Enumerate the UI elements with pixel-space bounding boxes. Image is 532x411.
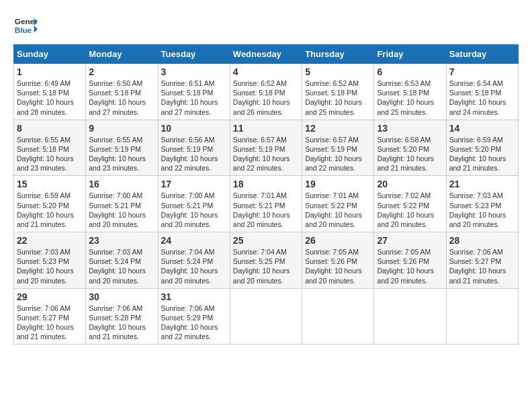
calendar-cell: 2 Sunrise: 6:50 AM Sunset: 5:18 PM Dayli…: [86, 64, 158, 120]
calendar-cell: 21 Sunrise: 7:03 AM Sunset: 5:23 PM Dayl…: [446, 176, 518, 232]
calendar-cell: [374, 288, 446, 345]
day-info: Sunrise: 6:57 AM Sunset: 5:19 PM Dayligh…: [233, 135, 299, 173]
day-info: Sunrise: 7:00 AM Sunset: 5:21 PM Dayligh…: [89, 191, 154, 229]
day-info: Sunrise: 7:06 AM Sunset: 5:27 PM Dayligh…: [17, 304, 83, 342]
day-number: 14: [449, 123, 515, 134]
day-info: Sunrise: 7:01 AM Sunset: 5:22 PM Dayligh…: [305, 191, 371, 229]
calendar-cell: 12 Sunrise: 6:57 AM Sunset: 5:19 PM Dayl…: [302, 120, 374, 176]
column-header-wednesday: Wednesday: [230, 45, 302, 64]
calendar-cell: 30 Sunrise: 7:06 AM Sunset: 5:28 PM Dayl…: [86, 288, 158, 345]
svg-text:Blue: Blue: [15, 26, 32, 34]
day-info: Sunrise: 7:00 AM Sunset: 5:21 PM Dayligh…: [161, 191, 227, 229]
day-number: 29: [17, 291, 83, 302]
day-number: 1: [17, 66, 83, 77]
calendar-cell: 28 Sunrise: 7:06 AM Sunset: 5:27 PM Dayl…: [446, 232, 518, 289]
day-info: Sunrise: 7:05 AM Sunset: 5:26 PM Dayligh…: [377, 247, 443, 285]
calendar-cell: 6 Sunrise: 6:53 AM Sunset: 5:18 PM Dayli…: [374, 64, 446, 120]
column-header-monday: Monday: [86, 45, 158, 64]
calendar-cell: 9 Sunrise: 6:55 AM Sunset: 5:19 PM Dayli…: [86, 120, 158, 176]
calendar-week-2: 8 Sunrise: 6:55 AM Sunset: 5:18 PM Dayli…: [14, 120, 519, 176]
day-info: Sunrise: 6:56 AM Sunset: 5:19 PM Dayligh…: [161, 135, 227, 173]
calendar-cell: 13 Sunrise: 6:58 AM Sunset: 5:20 PM Dayl…: [374, 120, 446, 176]
day-info: Sunrise: 6:49 AM Sunset: 5:18 PM Dayligh…: [17, 79, 83, 117]
day-number: 3: [161, 66, 227, 77]
day-info: Sunrise: 6:50 AM Sunset: 5:18 PM Dayligh…: [89, 79, 154, 117]
calendar-header-row: SundayMondayTuesdayWednesdayThursdayFrid…: [14, 45, 519, 64]
day-info: Sunrise: 7:04 AM Sunset: 5:24 PM Dayligh…: [161, 247, 227, 285]
calendar-table: SundayMondayTuesdayWednesdayThursdayFrid…: [13, 44, 519, 345]
calendar-week-3: 15 Sunrise: 6:59 AM Sunset: 5:20 PM Dayl…: [14, 176, 519, 232]
day-info: Sunrise: 6:52 AM Sunset: 5:18 PM Dayligh…: [305, 79, 371, 117]
column-header-thursday: Thursday: [302, 45, 374, 64]
calendar-week-5: 29 Sunrise: 7:06 AM Sunset: 5:27 PM Dayl…: [14, 288, 519, 345]
day-info: Sunrise: 7:05 AM Sunset: 5:26 PM Dayligh…: [305, 247, 371, 285]
calendar-cell: 5 Sunrise: 6:52 AM Sunset: 5:18 PM Dayli…: [302, 64, 374, 120]
day-number: 12: [305, 123, 371, 134]
day-info: Sunrise: 7:06 AM Sunset: 5:29 PM Dayligh…: [161, 304, 227, 342]
day-info: Sunrise: 6:58 AM Sunset: 5:20 PM Dayligh…: [377, 135, 443, 173]
day-number: 11: [233, 123, 299, 134]
day-number: 21: [449, 179, 515, 189]
calendar-cell: 16 Sunrise: 7:00 AM Sunset: 5:21 PM Dayl…: [86, 176, 158, 232]
day-number: 4: [233, 66, 299, 77]
day-info: Sunrise: 6:55 AM Sunset: 5:18 PM Dayligh…: [17, 135, 83, 173]
day-number: 20: [377, 179, 443, 189]
calendar-cell: 26 Sunrise: 7:05 AM Sunset: 5:26 PM Dayl…: [302, 232, 374, 289]
day-number: 28: [449, 235, 515, 246]
day-number: 18: [233, 179, 299, 189]
column-header-tuesday: Tuesday: [158, 45, 230, 64]
calendar-cell: 23 Sunrise: 7:03 AM Sunset: 5:24 PM Dayl…: [86, 232, 158, 289]
day-info: Sunrise: 7:06 AM Sunset: 5:27 PM Dayligh…: [449, 247, 515, 285]
day-number: 30: [89, 291, 154, 302]
day-info: Sunrise: 6:57 AM Sunset: 5:19 PM Dayligh…: [305, 135, 371, 173]
calendar-cell: 19 Sunrise: 7:01 AM Sunset: 5:22 PM Dayl…: [302, 176, 374, 232]
day-info: Sunrise: 7:03 AM Sunset: 5:23 PM Dayligh…: [449, 191, 515, 229]
calendar-cell: 4 Sunrise: 6:52 AM Sunset: 5:18 PM Dayli…: [230, 64, 302, 120]
calendar-cell: 1 Sunrise: 6:49 AM Sunset: 5:18 PM Dayli…: [14, 64, 86, 120]
day-number: 25: [233, 235, 299, 246]
calendar-cell: 7 Sunrise: 6:54 AM Sunset: 5:18 PM Dayli…: [446, 64, 518, 120]
day-number: 16: [89, 179, 154, 189]
day-info: Sunrise: 7:04 AM Sunset: 5:25 PM Dayligh…: [233, 247, 299, 285]
calendar-cell: 17 Sunrise: 7:00 AM Sunset: 5:21 PM Dayl…: [158, 176, 230, 232]
day-number: 6: [377, 66, 443, 77]
day-info: Sunrise: 7:01 AM Sunset: 5:21 PM Dayligh…: [233, 191, 299, 229]
calendar-cell: 11 Sunrise: 6:57 AM Sunset: 5:19 PM Dayl…: [230, 120, 302, 176]
day-number: 24: [161, 235, 227, 246]
calendar-cell: [230, 288, 302, 345]
calendar-cell: 31 Sunrise: 7:06 AM Sunset: 5:29 PM Dayl…: [158, 288, 230, 345]
day-info: Sunrise: 7:03 AM Sunset: 5:23 PM Dayligh…: [17, 247, 83, 285]
day-info: Sunrise: 6:54 AM Sunset: 5:18 PM Dayligh…: [449, 79, 515, 117]
header: General Blue: [13, 13, 519, 38]
day-number: 5: [305, 66, 371, 77]
day-info: Sunrise: 7:02 AM Sunset: 5:22 PM Dayligh…: [377, 191, 443, 229]
day-number: 31: [161, 291, 227, 302]
day-number: 17: [161, 179, 227, 189]
calendar-cell: 29 Sunrise: 7:06 AM Sunset: 5:27 PM Dayl…: [14, 288, 86, 345]
calendar-cell: 27 Sunrise: 7:05 AM Sunset: 5:26 PM Dayl…: [374, 232, 446, 289]
calendar-cell: 20 Sunrise: 7:02 AM Sunset: 5:22 PM Dayl…: [374, 176, 446, 232]
day-info: Sunrise: 6:52 AM Sunset: 5:18 PM Dayligh…: [233, 79, 299, 117]
calendar-cell: 3 Sunrise: 6:51 AM Sunset: 5:18 PM Dayli…: [158, 64, 230, 120]
day-number: 9: [89, 123, 154, 134]
day-info: Sunrise: 7:03 AM Sunset: 5:24 PM Dayligh…: [89, 247, 154, 285]
day-info: Sunrise: 6:59 AM Sunset: 5:20 PM Dayligh…: [17, 191, 83, 229]
day-number: 27: [377, 235, 443, 246]
day-number: 13: [377, 123, 443, 134]
logo-icon: General Blue: [13, 13, 38, 38]
day-info: Sunrise: 6:59 AM Sunset: 5:20 PM Dayligh…: [449, 135, 515, 173]
calendar-cell: 24 Sunrise: 7:04 AM Sunset: 5:24 PM Dayl…: [158, 232, 230, 289]
calendar-cell: 22 Sunrise: 7:03 AM Sunset: 5:23 PM Dayl…: [14, 232, 86, 289]
calendar-cell: [302, 288, 374, 345]
column-header-saturday: Saturday: [446, 45, 518, 64]
day-number: 7: [449, 66, 515, 77]
calendar-week-4: 22 Sunrise: 7:03 AM Sunset: 5:23 PM Dayl…: [14, 232, 519, 289]
day-number: 22: [17, 235, 83, 246]
column-header-sunday: Sunday: [14, 45, 86, 64]
calendar-cell: 10 Sunrise: 6:56 AM Sunset: 5:19 PM Dayl…: [158, 120, 230, 176]
day-info: Sunrise: 6:55 AM Sunset: 5:19 PM Dayligh…: [89, 135, 154, 173]
calendar-cell: 18 Sunrise: 7:01 AM Sunset: 5:21 PM Dayl…: [230, 176, 302, 232]
calendar-cell: 8 Sunrise: 6:55 AM Sunset: 5:18 PM Dayli…: [14, 120, 86, 176]
day-number: 19: [305, 179, 371, 189]
calendar-cell: [446, 288, 518, 345]
